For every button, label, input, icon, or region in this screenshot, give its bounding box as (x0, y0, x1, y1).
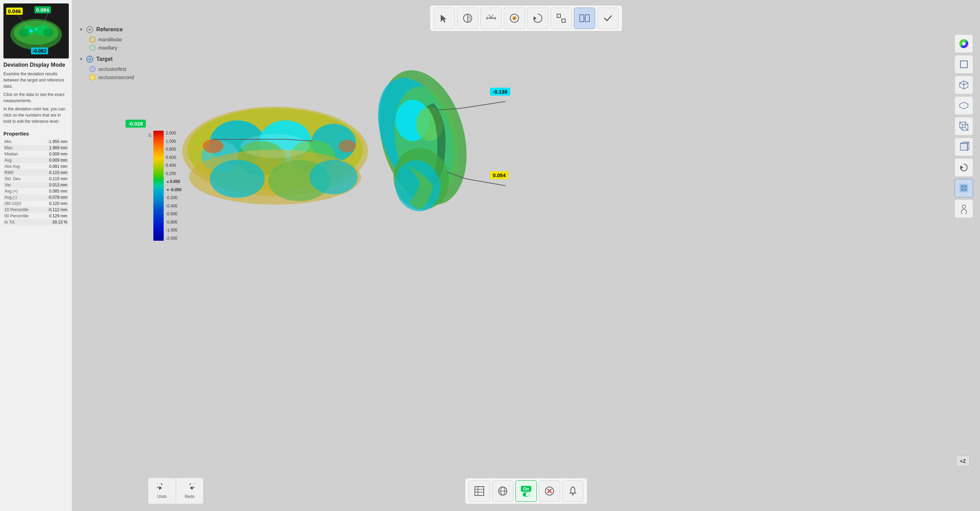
color-tool-btn[interactable] (504, 8, 525, 29)
color-bar-label-7[interactable]: ◄-0.050 (166, 188, 181, 192)
svg-point-21 (203, 139, 224, 153)
undo-btn[interactable]: Undo (148, 478, 176, 504)
prop-label: Avg. (3, 157, 39, 163)
align-tool-btn[interactable] (550, 8, 572, 29)
color-bar-label-13: -2.000 (166, 236, 181, 241)
svg-rect-94 (960, 184, 968, 192)
color-wheel-btn[interactable] (955, 34, 973, 53)
prop-label: RMS (3, 170, 39, 176)
rotate-tool-btn[interactable] (527, 8, 549, 29)
svg-point-79 (573, 495, 574, 496)
property-row-6: Std. Dev.0.115 mm (3, 176, 68, 182)
arrow-icon: ◄ (166, 180, 169, 184)
mandibular-icon (89, 37, 95, 43)
split-tool-btn[interactable] (457, 8, 478, 29)
color-bar-label-8: -0.200 (166, 195, 181, 200)
right-toolbar (955, 34, 973, 218)
cube-top-btn[interactable] (955, 96, 973, 115)
property-row-5: RMS0.115 mm (3, 170, 68, 176)
prop-label: 90 Percentile (3, 213, 39, 219)
annotation-box-028: -0.028 (126, 120, 146, 127)
prop-label: Abs Avg. (3, 163, 39, 170)
3d-scene (72, 0, 980, 511)
color-bar-label-5: 0.200 (166, 171, 181, 176)
svg-rect-63 (153, 131, 164, 241)
color-bar-label-10: -0.600 (166, 212, 181, 216)
target-header[interactable]: ▼ Target (79, 56, 134, 63)
svg-point-27 (241, 134, 309, 158)
color-bar-label-1: 1.000 (166, 139, 181, 144)
prop-value: 0.013 mm (39, 182, 68, 188)
property-row-1: Max.1.989 mm (3, 145, 68, 151)
cube-3d-btn[interactable] (955, 117, 973, 135)
color-bar-labels: 2.0001.0000.8000.6000.4000.200◄0.050◄-0.… (166, 131, 181, 241)
cube-iso-btn[interactable] (955, 76, 973, 94)
reference-icon (86, 26, 94, 33)
cube-side-btn[interactable] (955, 138, 973, 156)
prop-label: Var. (3, 182, 39, 188)
undo-redo: Undo Redo (148, 478, 204, 504)
measure-tool-btn[interactable] (480, 8, 502, 29)
close-filter-btn[interactable] (539, 481, 560, 502)
reference-arrow: ▼ (79, 27, 83, 32)
property-row-13: In Tol.39.13 % (3, 219, 68, 225)
table-btn[interactable] (469, 481, 490, 502)
mandibular-item[interactable]: mandibular (79, 35, 134, 44)
properties-title: Properties (3, 131, 68, 137)
select-tool-btn[interactable] (434, 8, 455, 29)
color-bar-label-11: -0.800 (166, 220, 181, 224)
reference-header[interactable]: ▼ Reference (79, 26, 134, 33)
bell-btn[interactable] (562, 481, 584, 502)
property-row-9: Avg.(-)-0.078 mm (3, 194, 68, 201)
svg-marker-48 (534, 16, 536, 20)
maxillary-icon (89, 45, 95, 51)
occlusion2-icon (89, 74, 95, 80)
color-bar-label-2: 0.800 (166, 147, 181, 152)
svg-rect-96 (964, 185, 967, 188)
svg-point-7 (29, 29, 33, 33)
color-bar-label-12: -1.000 (166, 228, 181, 232)
svg-line-91 (965, 127, 968, 131)
color-bar-label-6[interactable]: ◄0.050 (166, 179, 181, 184)
texture-btn[interactable] (955, 179, 973, 197)
property-row-11: 10 Percentile-0.112 mm (3, 207, 68, 213)
svg-point-5 (19, 29, 29, 37)
check-tool-btn[interactable] (597, 8, 619, 29)
svg-point-47 (514, 18, 515, 19)
on-toggle-btn[interactable]: On (515, 481, 537, 502)
prop-label: 10 Percentile (3, 207, 39, 213)
person-btn[interactable] (955, 199, 973, 218)
property-row-2: Median0.009 mm (3, 151, 68, 157)
target-label: Target (96, 56, 113, 62)
deviation-desc2: Click on the data to see the exact measu… (3, 91, 68, 104)
svg-point-82 (962, 42, 966, 45)
annotation-028: -0.028 (126, 120, 146, 127)
svg-rect-52 (580, 15, 584, 22)
maxillary-label: maxillary (99, 45, 117, 51)
cube-front-btn[interactable] (955, 55, 973, 73)
main-area: -0.028 -0.138 0.054 (72, 0, 980, 511)
svg-rect-83 (960, 61, 967, 68)
compare-tool-btn[interactable] (574, 8, 595, 29)
deviation-title: Deviation Display Mode (3, 62, 68, 68)
sort-btn[interactable]: ⇅ (148, 132, 152, 138)
prop-value: -0.078 mm (39, 194, 68, 201)
prop-value: 0.085 mm (39, 188, 68, 194)
occlusion1-icon (89, 66, 95, 72)
thumbnail-area: 0.046 0.084 -0.082 (3, 3, 69, 59)
color-bar-label-3: 0.600 (166, 155, 181, 160)
rotate-reset-btn[interactable] (955, 158, 973, 177)
svg-line-84 (960, 83, 964, 85)
occlusion1-item[interactable]: occlusionfirst (79, 65, 134, 73)
color-bar-label-4: 0.400 (166, 163, 181, 168)
top-toolbar (430, 5, 622, 31)
sphere-btn[interactable] (492, 481, 513, 502)
prop-value: 0.129 mm (39, 213, 68, 219)
target-section: ▼ Target occlusionfirst occlusionsecond (79, 56, 134, 81)
occlusion2-item[interactable]: occlusionsecond (79, 73, 134, 81)
redo-btn[interactable]: Redo (176, 478, 203, 504)
maxillary-item[interactable]: maxillary (79, 44, 134, 52)
z-label: +Z (956, 455, 970, 466)
svg-rect-98 (964, 188, 967, 191)
color-bar-container: ⇅ (148, 131, 181, 241)
